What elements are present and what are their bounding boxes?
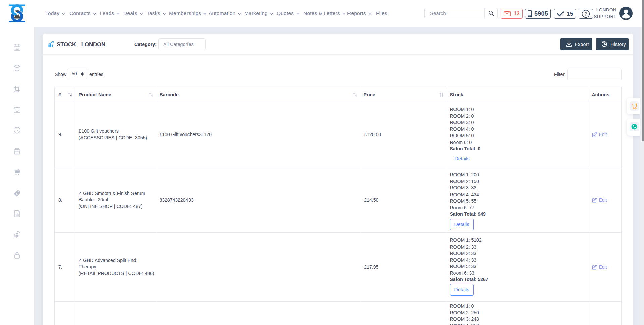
svg-text:?: ? [585, 11, 587, 16]
svg-text:12: 12 [15, 47, 19, 50]
